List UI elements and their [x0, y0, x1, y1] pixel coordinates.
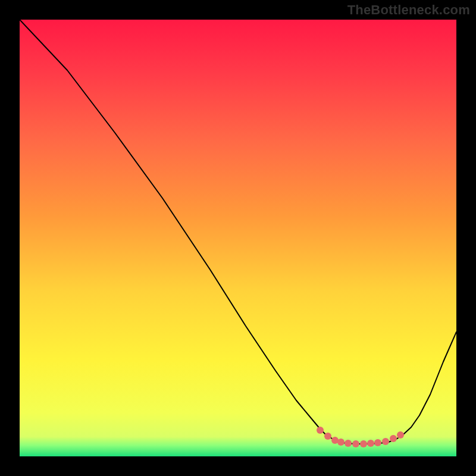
optimal-marker-dot	[397, 431, 404, 439]
plot-svg	[20, 20, 456, 456]
optimal-marker-dot	[367, 440, 374, 447]
watermark-text: TheBottleneck.com	[347, 2, 470, 18]
optimal-marker-dot	[317, 427, 324, 434]
optimal-marker-dot	[352, 440, 359, 447]
optimal-marker-dot	[390, 435, 397, 442]
plot-area	[20, 20, 456, 456]
chart-stage: TheBottleneck.com	[0, 0, 476, 476]
optimal-marker-dot	[382, 438, 389, 445]
optimal-marker-dot	[324, 433, 331, 440]
optimal-marker-dot	[360, 440, 367, 447]
optimal-marker-dot	[374, 439, 381, 446]
optimal-marker-dot	[345, 440, 352, 447]
optimal-marker-dot	[337, 439, 345, 446]
gradient-backdrop	[20, 20, 456, 456]
